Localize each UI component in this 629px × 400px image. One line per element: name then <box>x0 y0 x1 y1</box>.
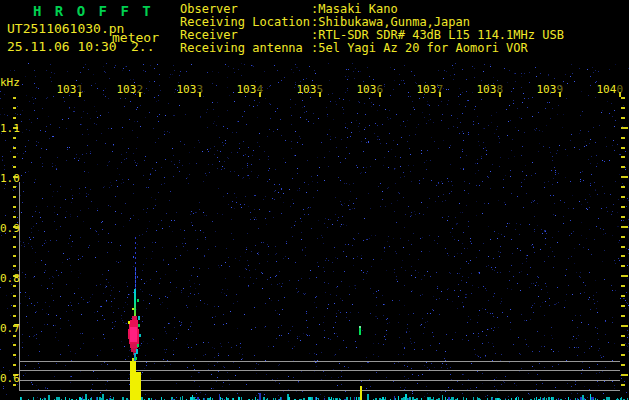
meteor-saturated-tip <box>132 358 134 362</box>
y-axis-tick-right <box>621 97 625 99</box>
y-axis-tick-right <box>621 265 625 267</box>
y-axis-tick-left <box>13 216 16 218</box>
y-axis-tick-right <box>621 295 625 297</box>
y-axis-tick-left <box>13 137 16 139</box>
y-axis-tick-left <box>13 255 16 257</box>
y-axis-freq-label: 0.8 <box>0 272 17 285</box>
x-axis-time-label: 1032 <box>111 83 143 96</box>
y-axis-tick-left <box>13 295 16 297</box>
meteor-trace-speck <box>137 299 139 302</box>
y-axis-tick-right <box>621 117 625 119</box>
y-axis-tick-right <box>621 374 628 376</box>
y-axis-freq-label: 0.7 <box>0 322 17 335</box>
signal-trace-tick <box>398 396 399 400</box>
y-axis-tick-left <box>13 196 16 198</box>
station-info-row: Receiving antenna5el Yagi Az 20 for Aomo… <box>180 42 564 55</box>
y-axis-tick-right <box>621 226 628 228</box>
y-axis-unit-label: kHz <box>0 76 20 89</box>
x-axis-time-label: 1040 <box>591 83 623 96</box>
y-axis-tick-right <box>621 137 625 139</box>
x-axis-time-label: 1037 <box>411 83 443 96</box>
signal-strip-rule <box>19 361 620 362</box>
y-axis-tick-right <box>621 196 625 198</box>
y-axis-tick-left <box>13 285 16 287</box>
x-axis-time-label: 1033 <box>171 83 203 96</box>
echo-count-mark: 2.. <box>131 39 154 54</box>
y-axis-tick-right <box>621 127 628 129</box>
signal-strip-rule <box>19 370 620 371</box>
y-axis-tick-right <box>621 305 625 307</box>
y-axis-tick-right <box>621 315 625 317</box>
y-axis-tick-left <box>13 236 16 238</box>
y-axis-tick-right <box>621 206 625 208</box>
signal-trace-tick <box>182 396 183 400</box>
output-filename: UT2511061030.pn <box>7 21 124 36</box>
y-axis-tick-right <box>621 236 625 238</box>
x-axis-time-label: 1038 <box>471 83 503 96</box>
y-axis-tick-right <box>621 246 625 248</box>
meteor-fringe-cyan <box>136 349 138 354</box>
y-axis-tick-right <box>621 384 625 386</box>
meteor-fringe-cyan <box>139 334 141 337</box>
y-axis-tick-left <box>13 315 16 317</box>
y-axis-tick-right <box>621 255 625 257</box>
meteor-blob-core <box>130 327 137 342</box>
y-axis-tick-right <box>621 216 625 218</box>
x-axis-time-label: 1039 <box>531 83 563 96</box>
y-axis-tick-right <box>621 325 628 327</box>
y-axis-tick-left <box>13 97 16 99</box>
signal-strip-rule <box>19 390 620 391</box>
meteor-trace-dot <box>133 256 134 258</box>
y-axis-tick-left <box>13 186 16 188</box>
minor-echo-spike <box>360 386 362 400</box>
station-info-value: 5el Yagi Az 20 for Aomori VOR <box>311 41 528 55</box>
hrofft-screen: H R O F F T UT2511061030.pn meteor 25.11… <box>0 0 629 400</box>
station-info-value: Masaki Kano <box>311 2 398 16</box>
signal-trace-tick <box>367 394 369 400</box>
meteor-fringe-green <box>138 324 140 327</box>
y-axis-tick-right <box>621 285 625 287</box>
x-axis-time-label: 1031 <box>51 83 83 96</box>
observation-datetime: 25.11.06 10:30 <box>7 39 117 54</box>
y-axis-tick-right <box>621 147 625 149</box>
signal-strip-rule <box>19 380 620 381</box>
y-axis-tick-right <box>621 275 628 277</box>
y-axis-tick-left <box>13 344 16 346</box>
meteor-saturated-column <box>136 372 141 400</box>
app-title: H R O F F T <box>33 3 153 19</box>
y-axis-tick-right <box>621 107 625 109</box>
x-axis-time-label: 1034 <box>231 83 263 96</box>
y-axis-tick-right <box>621 344 625 346</box>
signal-trace-tick <box>442 395 443 400</box>
meteor-fringe-green <box>137 344 139 347</box>
meteor-trace-dot <box>137 276 138 278</box>
meteor-trace-bright <box>134 289 136 318</box>
y-axis-freq-label: 0.9 <box>0 222 17 235</box>
y-axis-tick-left <box>13 354 16 356</box>
station-info-value: Shibukawa,Gunma,Japan <box>311 15 470 29</box>
y-axis-freq-label: 0.6 <box>0 372 17 385</box>
meteor-fringe-cyan <box>138 316 140 320</box>
y-axis-tick-left <box>13 364 16 366</box>
meteor-head-trace <box>135 237 136 269</box>
x-axis-time-label: 1036 <box>351 83 383 96</box>
x-axis-time-label: 1035 <box>291 83 323 96</box>
station-info-label: Receiving antenna <box>180 42 311 55</box>
y-axis-tick-left <box>13 107 16 109</box>
plot-left-border <box>19 182 20 390</box>
y-axis-tick-right <box>621 176 628 178</box>
y-axis-tick-right <box>621 335 625 337</box>
y-axis-tick-left <box>13 166 16 168</box>
y-axis-tick-left <box>13 156 16 158</box>
background-noise <box>0 0 1 1</box>
meteor-trace-speck <box>132 308 134 310</box>
y-axis-tick-right <box>621 186 625 188</box>
y-axis-tick-left <box>13 206 16 208</box>
y-axis-tick-left <box>13 265 16 267</box>
signal-trace-tick <box>102 394 104 400</box>
y-axis-tick-right <box>621 166 625 168</box>
y-axis-tick-left <box>13 246 16 248</box>
y-axis-tick-left <box>13 117 16 119</box>
y-axis-tick-right <box>621 364 625 366</box>
y-axis-freq-label: 1.0 <box>0 172 17 185</box>
